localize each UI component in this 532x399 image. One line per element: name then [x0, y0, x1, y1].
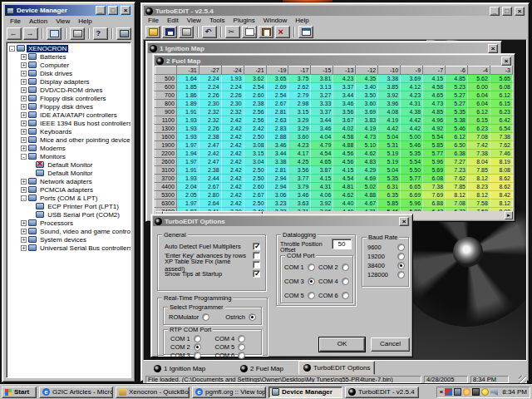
- fuel-cell[interactable]: 6.04: [467, 100, 490, 108]
- fuel-cell[interactable]: 3.23: [266, 200, 288, 208]
- fuel-cell[interactable]: 5.85: [378, 200, 401, 208]
- maximize-button[interactable]: □: [502, 7, 512, 16]
- fuel-cell[interactable]: 2.50: [244, 166, 266, 175]
- fuel-cell[interactable]: 8.12: [490, 200, 512, 208]
- fuel-cell[interactable]: 4.08: [378, 108, 401, 116]
- open-button[interactable]: [145, 26, 160, 38]
- expand-toggle-icon[interactable]: -: [9, 46, 15, 52]
- fuel-cell[interactable]: 3.77: [288, 175, 311, 183]
- save-button[interactable]: [162, 26, 177, 38]
- fuel-cell[interactable]: 6.15: [490, 100, 512, 108]
- fuel-cell[interactable]: 7.08: [446, 200, 468, 208]
- print-button[interactable]: [70, 27, 85, 40]
- fuel-cell[interactable]: 3.27: [311, 91, 333, 100]
- fuel-cell[interactable]: 2.56: [244, 108, 266, 116]
- radio-com-3[interactable]: COM 3: [170, 352, 212, 359]
- paste-button[interactable]: [259, 26, 273, 38]
- column-header[interactable]: -27: [199, 66, 221, 75]
- fuel-cell[interactable]: 7.46: [490, 150, 512, 158]
- fuel-cell[interactable]: 4.40: [333, 200, 356, 208]
- task-button-device-manager[interactable]: Device Manager: [268, 387, 342, 398]
- fuel-cell[interactable]: 8.08: [490, 166, 512, 175]
- menu-action[interactable]: Action: [25, 17, 52, 26]
- expand-toggle-icon[interactable]: +: [21, 129, 27, 135]
- expand-toggle-icon[interactable]: -: [21, 195, 27, 201]
- resize-grip[interactable]: [519, 376, 526, 383]
- fuel-cell[interactable]: 5.04: [378, 166, 401, 175]
- row-header[interactable]: 6300: [155, 200, 177, 208]
- fuel-cell[interactable]: 2.42: [221, 125, 244, 133]
- fuel-cell[interactable]: 4.15: [423, 75, 446, 83]
- fuel-cell[interactable]: 5.54: [423, 133, 446, 141]
- menu-help[interactable]: Help: [74, 17, 96, 26]
- column-header[interactable]: -12: [356, 66, 378, 75]
- fuel-cell[interactable]: 3.40: [356, 83, 378, 91]
- close-button[interactable]: ×: [501, 57, 511, 66]
- throttle-position-offset-input[interactable]: 50: [332, 239, 352, 249]
- column-header[interactable]: -15: [311, 66, 333, 75]
- fuel-cell[interactable]: 4.73: [423, 100, 446, 108]
- fuel-cell[interactable]: 2.50: [244, 133, 266, 141]
- task-button-turboedit-v2-5-4[interactable]: TurboEDIT - v2.5.4: [345, 387, 419, 398]
- fuel-cell[interactable]: 4.23: [401, 91, 423, 100]
- expand-toggle-icon[interactable]: +: [21, 96, 27, 101]
- radio-com-2[interactable]: COM 2: [318, 264, 349, 271]
- fuel-cell[interactable]: 2.62: [288, 83, 311, 91]
- fuel-cell[interactable]: 4.02: [333, 125, 356, 133]
- expand-toggle-icon[interactable]: +: [21, 220, 27, 226]
- tree-item-floppy-disk-drives[interactable]: +Floppy disk drives: [7, 102, 131, 111]
- fuel-cell[interactable]: 4.92: [423, 125, 446, 133]
- tree-item-computer[interactable]: +Computer: [7, 61, 131, 69]
- row-header[interactable]: 800: [155, 100, 177, 108]
- radio-128000[interactable]: 128000: [362, 270, 408, 279]
- fuel-cell[interactable]: 2.60: [244, 91, 266, 100]
- tree-item-universal-serial-bus-controllers[interactable]: +Universal Serial Bus controllers: [7, 244, 131, 252]
- fuel-cell[interactable]: 6.08: [490, 83, 512, 91]
- fuel-cell[interactable]: 2.60: [244, 183, 266, 191]
- column-header[interactable]: -10: [378, 66, 401, 75]
- fuel-cell[interactable]: 4.25: [288, 158, 311, 166]
- fuel-cell[interactable]: 2.32: [199, 116, 221, 125]
- expand-toggle-icon[interactable]: +: [21, 179, 27, 185]
- fuel-cell[interactable]: 1.93: [176, 116, 199, 125]
- fuel-cell[interactable]: 7.38: [467, 150, 490, 158]
- task-button-g2ic-articles-microsoft[interactable]: eG2IC Articles - Microsoft...: [39, 387, 113, 398]
- fuel-cell[interactable]: 5.19: [378, 150, 401, 158]
- minimize-button[interactable]: _: [96, 6, 106, 15]
- fuel-cell[interactable]: 5.27: [446, 100, 468, 108]
- fuel-cell[interactable]: 4.73: [356, 133, 378, 141]
- fuel-cell[interactable]: 1.64: [176, 75, 199, 83]
- fuel-map-titlebar[interactable]: 2 Fuel Map ×: [155, 56, 513, 66]
- fuel-cell[interactable]: 7.85: [467, 166, 490, 175]
- close-button[interactable]: ×: [515, 7, 525, 16]
- fuel-cell[interactable]: 8.12: [446, 191, 468, 200]
- expand-toggle-icon[interactable]: +: [21, 187, 27, 193]
- row-header[interactable]: 4400: [155, 183, 177, 191]
- fuel-cell[interactable]: 2.47: [199, 141, 221, 150]
- fuel-cell[interactable]: 4.17: [288, 150, 311, 158]
- fuel-cell[interactable]: 2.26: [199, 125, 221, 133]
- fuel-cell[interactable]: 2.50: [244, 200, 266, 208]
- fuel-cell[interactable]: 2.88: [266, 133, 288, 141]
- fuel-cell[interactable]: 4.85: [423, 108, 446, 116]
- fuel-cell[interactable]: 7.42: [467, 141, 490, 150]
- options-dialog-titlebar[interactable]: TurboEDIT Options ×: [153, 216, 411, 226]
- fuel-cell[interactable]: 2.24: [221, 83, 244, 91]
- tree-item-ports-com-lpt[interactable]: -Ports (COM & LPT): [7, 194, 131, 202]
- column-header[interactable]: -24: [221, 66, 244, 75]
- fuel-cell[interactable]: 3.67: [333, 116, 356, 125]
- tree-item-dvd-cd-rom-drives[interactable]: +DVD/CD-ROM drives: [7, 86, 131, 94]
- row-header[interactable]: 600: [155, 83, 177, 91]
- fuel-cell[interactable]: 2.32: [199, 108, 221, 116]
- fuel-cell[interactable]: 3.92: [378, 91, 401, 100]
- fuel-cell[interactable]: 2.30: [221, 100, 244, 108]
- expand-toggle-icon[interactable]: +: [21, 71, 27, 76]
- fuel-cell[interactable]: 7.38: [490, 133, 512, 141]
- fuel-cell[interactable]: 5.04: [378, 133, 401, 141]
- fuel-cell[interactable]: 2.54: [244, 83, 266, 91]
- fuel-cell[interactable]: 4.38: [401, 108, 423, 116]
- fuel-cell[interactable]: 2.67: [266, 100, 288, 108]
- row-header[interactable]: 3100: [155, 166, 177, 175]
- fuel-cell[interactable]: 4.67: [356, 200, 378, 208]
- column-header[interactable]: -3: [490, 66, 512, 75]
